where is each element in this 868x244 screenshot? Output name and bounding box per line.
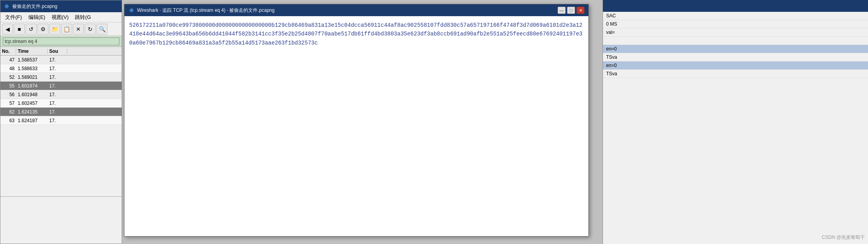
detail-row-4: en=0 bbox=[603, 45, 868, 53]
svg-marker-1 bbox=[129, 8, 134, 13]
detail-row-5: TSva bbox=[603, 53, 868, 61]
packet-no: 48 bbox=[0, 66, 16, 71]
packet-src: 17. bbox=[48, 57, 67, 63]
packet-list: 47 1.588537 17. 48 1.588633 17. 52 1.589… bbox=[0, 56, 122, 196]
table-row[interactable]: 56 1.601948 17. bbox=[0, 90, 122, 99]
packet-no: 62 bbox=[0, 109, 16, 115]
packet-time: 1.601948 bbox=[16, 92, 48, 97]
packet-time: 1.624187 bbox=[16, 118, 48, 123]
right-panel: SAC 0 MS val= en=0 TSva en=0 TSva bbox=[603, 0, 868, 244]
packet-src: 17. bbox=[48, 83, 67, 89]
svg-marker-0 bbox=[4, 4, 9, 9]
table-row[interactable]: 55 1.601874 17. bbox=[0, 82, 122, 90]
titlebar-left: Wireshark · 追踪 TCP 流 (tcp.stream eq 4) ·… bbox=[128, 7, 274, 14]
detail-row-6: en=0 bbox=[603, 61, 868, 70]
detail-row-2: val= bbox=[603, 28, 868, 37]
close-button[interactable]: ✕ bbox=[577, 7, 584, 14]
toolbar-btn-4[interactable]: ⚙ bbox=[37, 24, 48, 35]
wireshark-icon-small bbox=[128, 7, 135, 13]
maximize-button[interactable]: □ bbox=[567, 7, 575, 14]
titlebar-controls: — □ ✕ bbox=[558, 7, 584, 14]
main-window: 被偷走的文件.pcapng 文件(F) 编辑(E) 视图(V) 跳转(G ◀ ■… bbox=[0, 0, 122, 244]
toolbar-btn-3[interactable]: ↺ bbox=[26, 24, 37, 35]
toolbar-btn-1[interactable]: ◀ bbox=[2, 24, 13, 35]
packet-src: 17. bbox=[48, 75, 67, 80]
toolbar-btn-search[interactable]: 🔍 bbox=[96, 24, 108, 35]
main-toolbar: ◀ ■ ↺ ⚙ 📁 📋 ✕ ↻ 🔍 bbox=[0, 22, 122, 36]
filter-input[interactable] bbox=[3, 37, 119, 45]
toolbar-btn-5[interactable]: 📁 bbox=[49, 24, 60, 35]
table-row[interactable]: 63 1.624187 17. bbox=[0, 116, 122, 125]
detail-row-0: SAC bbox=[603, 12, 868, 20]
table-header: No. Time Sou bbox=[0, 47, 122, 56]
col-header-src: Sou bbox=[48, 48, 67, 54]
packet-no: 63 bbox=[0, 118, 16, 123]
packet-time: 1.588633 bbox=[16, 66, 48, 71]
table-row[interactable]: 52 1.589021 17. bbox=[0, 73, 122, 82]
toolbar-btn-6[interactable]: 📋 bbox=[61, 24, 72, 35]
packet-table: No. Time Sou 47 1.588537 17. 48 1.588633… bbox=[0, 47, 122, 196]
packet-src: 17. bbox=[48, 66, 67, 71]
tcp-stream-title: Wireshark · 追踪 TCP 流 (tcp.stream eq 4) ·… bbox=[137, 7, 274, 14]
table-row[interactable]: 57 1.602457 17. bbox=[0, 99, 122, 108]
right-panel-title bbox=[603, 0, 868, 12]
packet-no: 55 bbox=[0, 83, 16, 89]
packet-time: 1.602457 bbox=[16, 101, 48, 106]
packet-no: 47 bbox=[0, 57, 16, 63]
packet-src: 17. bbox=[48, 101, 67, 106]
packet-no: 56 bbox=[0, 92, 16, 97]
tcp-stream-titlebar: Wireshark · 追踪 TCP 流 (tcp.stream eq 4) ·… bbox=[124, 4, 588, 16]
watermark: CSDN @燕麦葡萄干 bbox=[822, 234, 865, 241]
toolbar-btn-2[interactable]: ■ bbox=[14, 24, 25, 35]
toolbar-btn-7[interactable]: ✕ bbox=[73, 24, 84, 35]
packet-src: 17. bbox=[48, 92, 67, 97]
right-detail-rows: SAC 0 MS val= en=0 TSva en=0 TSva bbox=[603, 12, 868, 244]
menu-file[interactable]: 文件(F) bbox=[2, 13, 25, 22]
wireshark-icon bbox=[4, 3, 10, 9]
packet-no: 52 bbox=[0, 75, 16, 80]
bottom-panel bbox=[0, 196, 122, 244]
minimize-button[interactable]: — bbox=[558, 7, 566, 14]
col-header-no: No. bbox=[0, 48, 16, 54]
detail-row-7: TSva bbox=[603, 70, 868, 78]
main-window-titlebar: 被偷走的文件.pcapng bbox=[0, 0, 122, 12]
packet-time: 1.601874 bbox=[16, 83, 48, 89]
detail-row-1: 0 MS bbox=[603, 20, 868, 28]
tcp-stream-window: Wireshark · 追踪 TCP 流 (tcp.stream eq 4) ·… bbox=[124, 4, 589, 237]
main-window-title: 被偷走的文件.pcapng bbox=[12, 3, 57, 10]
packet-no: 57 bbox=[0, 101, 16, 106]
detail-row-3 bbox=[603, 37, 868, 45]
menu-edit[interactable]: 编辑(E) bbox=[25, 13, 48, 22]
packet-src: 17. bbox=[48, 118, 67, 123]
packet-src: 17. bbox=[48, 109, 67, 115]
table-row[interactable]: 47 1.588537 17. bbox=[0, 56, 122, 64]
col-header-time: Time bbox=[16, 48, 48, 54]
packet-time: 1.588537 bbox=[16, 57, 48, 63]
menu-goto[interactable]: 跳转(G bbox=[72, 13, 94, 22]
filter-bar bbox=[0, 36, 122, 47]
tcp-stream-content[interactable]: 526172211a0700ce9973800000d0000000000000… bbox=[124, 16, 588, 236]
packet-time: 1.624135 bbox=[16, 109, 48, 115]
main-menu-bar: 文件(F) 编辑(E) 视图(V) 跳转(G bbox=[0, 12, 122, 22]
menu-view[interactable]: 视图(V) bbox=[48, 13, 72, 22]
packet-time: 1.589021 bbox=[16, 75, 48, 80]
table-row[interactable]: 48 1.588633 17. bbox=[0, 64, 122, 73]
table-row[interactable]: 62 1.624135 17. bbox=[0, 108, 122, 116]
toolbar-btn-8[interactable]: ↻ bbox=[85, 24, 96, 35]
